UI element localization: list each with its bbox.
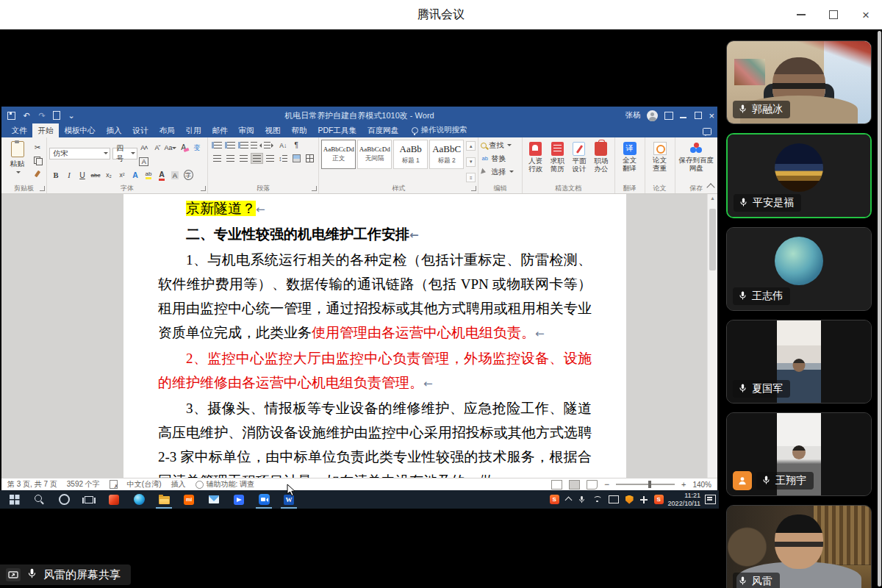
ribbon-display-options-icon[interactable]: [664, 112, 673, 120]
taskbar-app-search[interactable]: [26, 490, 51, 509]
redo-icon[interactable]: ↷: [37, 111, 46, 120]
cut-icon[interactable]: [32, 142, 44, 153]
word-restore-icon[interactable]: [695, 112, 702, 119]
char-shading-icon[interactable]: [169, 170, 182, 181]
sort-icon[interactable]: [277, 140, 290, 151]
taskbar-app-office[interactable]: [101, 490, 126, 509]
taskbar-app-explorer[interactable]: [151, 490, 176, 509]
ribbon-tab[interactable]: 邮件: [207, 123, 233, 137]
font-size-combo[interactable]: 四号: [112, 148, 137, 159]
subscript-icon[interactable]: [103, 170, 115, 181]
language-indicator[interactable]: 中文(台湾): [127, 479, 162, 490]
featured-doc-button[interactable]: 人资行政: [525, 140, 547, 184]
ribbon-tab[interactable]: 帮助: [286, 123, 312, 137]
clear-format-icon[interactable]: [177, 142, 190, 153]
superscript-icon[interactable]: [116, 170, 129, 181]
styles-more-icon[interactable]: ≡: [466, 173, 476, 182]
taskbar-app-mail[interactable]: [201, 490, 226, 509]
font-color-icon[interactable]: [156, 170, 168, 181]
outdent-icon[interactable]: [251, 140, 263, 151]
highlight-icon[interactable]: [143, 170, 155, 181]
copy-icon[interactable]: [32, 155, 44, 166]
word-minimize-icon[interactable]: [680, 117, 686, 118]
char-border-icon[interactable]: [137, 157, 150, 168]
underline-icon[interactable]: [76, 170, 89, 181]
ribbon-tab[interactable]: 引用: [180, 123, 207, 137]
scrollbar-thumb[interactable]: [709, 209, 716, 270]
zoom-out-icon[interactable]: −: [604, 479, 609, 490]
phonetic-guide-icon[interactable]: [190, 143, 203, 154]
print-layout-icon[interactable]: [569, 480, 580, 490]
qat-customize-icon[interactable]: ⌄: [67, 111, 76, 120]
read-mode-icon[interactable]: [551, 480, 562, 490]
style-card[interactable]: AaBb标题 1: [393, 140, 428, 169]
distribute-icon[interactable]: [264, 153, 276, 164]
paper-check-button[interactable]: 论文查重: [651, 140, 669, 184]
print-preview-icon[interactable]: [53, 111, 60, 120]
full-text-translate-button[interactable]: 全文翻译: [621, 140, 639, 184]
web-layout-icon[interactable]: [587, 480, 598, 490]
account-name[interactable]: 张杨: [625, 110, 640, 121]
editing-item[interactable]: 选择: [481, 166, 514, 177]
ribbon-tab[interactable]: 布局: [154, 123, 180, 137]
save-to-baidu-pan-button[interactable]: 保存到百度网盘: [678, 140, 714, 184]
zoom-in-icon[interactable]: +: [681, 480, 686, 489]
vertical-scrollbar[interactable]: ▲: [707, 194, 717, 478]
tray-network-icon[interactable]: [592, 496, 602, 503]
enclose-char-icon[interactable]: [182, 170, 195, 181]
undo-icon[interactable]: ↶: [22, 111, 31, 120]
maximize-button[interactable]: [817, 0, 850, 29]
grow-font-icon[interactable]: [137, 143, 150, 154]
tray-shield-icon[interactable]: [625, 495, 634, 504]
tray-sogou-icon[interactable]: S: [550, 495, 559, 504]
participant-tile[interactable]: 王翔宇: [726, 412, 872, 496]
change-case-icon[interactable]: [164, 143, 176, 154]
ribbon-tab[interactable]: 审阅: [233, 123, 259, 137]
participant-tile[interactable]: 郭融冰: [726, 40, 872, 124]
tray-sogou-2-icon[interactable]: S: [654, 495, 664, 504]
justify-icon[interactable]: [251, 153, 263, 164]
editing-item[interactable]: 查找: [481, 140, 514, 151]
paste-button[interactable]: 粘贴: [4, 140, 31, 184]
zoom-slider-thumb[interactable]: [648, 481, 651, 488]
show-marks-icon[interactable]: [290, 140, 303, 151]
ribbon-tab[interactable]: 设计: [127, 123, 154, 137]
styles-up-icon[interactable]: ▲: [466, 141, 476, 151]
taskbar-app-taskview[interactable]: [76, 490, 101, 509]
page-indicator[interactable]: 第 3 页, 共 7 页: [7, 479, 57, 490]
format-painter-icon[interactable]: [32, 168, 44, 179]
style-card[interactable]: AaBbC标题 2: [429, 140, 464, 169]
featured-doc-button[interactable]: 求职简历: [546, 140, 568, 184]
zoom-level[interactable]: 140%: [692, 481, 711, 489]
style-card[interactable]: AaBbCcDd正文: [321, 140, 356, 169]
insert-mode[interactable]: 插入: [171, 479, 186, 490]
scroll-up-icon[interactable]: ▲: [708, 196, 717, 201]
strikethrough-icon[interactable]: [90, 170, 102, 181]
font-name-combo[interactable]: 仿宋: [49, 148, 110, 159]
shading-icon[interactable]: [290, 153, 303, 164]
screen-share-banner[interactable]: 风雷的屏幕共享: [0, 564, 131, 585]
word-count[interactable]: 3592 个字: [67, 479, 100, 490]
accessibility-status[interactable]: 辅助功能: 调查: [207, 479, 255, 490]
featured-doc-button[interactable]: 平面设计: [568, 140, 590, 184]
ribbon-tab[interactable]: 插入: [101, 123, 127, 137]
text-effects-icon[interactable]: [129, 170, 142, 181]
zoom-slider[interactable]: [616, 484, 675, 485]
dialog-launcher-icon[interactable]: [201, 186, 206, 191]
tray-pc-icon[interactable]: [609, 495, 619, 503]
italic-icon[interactable]: [63, 170, 76, 181]
panel-scrollbar[interactable]: [878, 31, 881, 587]
document-page[interactable]: 京新隧道？←二、专业性较强的机电维护工作安排←1、与机电系统运行相关的各种定检（…: [123, 194, 626, 478]
editing-item[interactable]: 替换: [481, 153, 514, 164]
ribbon-tab[interactable]: 模板中心: [59, 123, 101, 137]
tell-me-search[interactable]: 操作说明搜索: [412, 125, 467, 137]
participant-tile[interactable]: 王志伟: [726, 227, 872, 311]
number-list-icon[interactable]: [224, 140, 237, 151]
bold-icon[interactable]: [50, 170, 62, 181]
taskbar-app-cortana[interactable]: [51, 490, 76, 509]
dialog-launcher-icon[interactable]: [40, 186, 45, 191]
ribbon-tab[interactable]: PDF工具集: [312, 123, 362, 137]
comments-icon[interactable]: [703, 128, 711, 135]
taskbar-app-docs[interactable]: [226, 490, 251, 509]
indent-icon[interactable]: [264, 140, 276, 151]
